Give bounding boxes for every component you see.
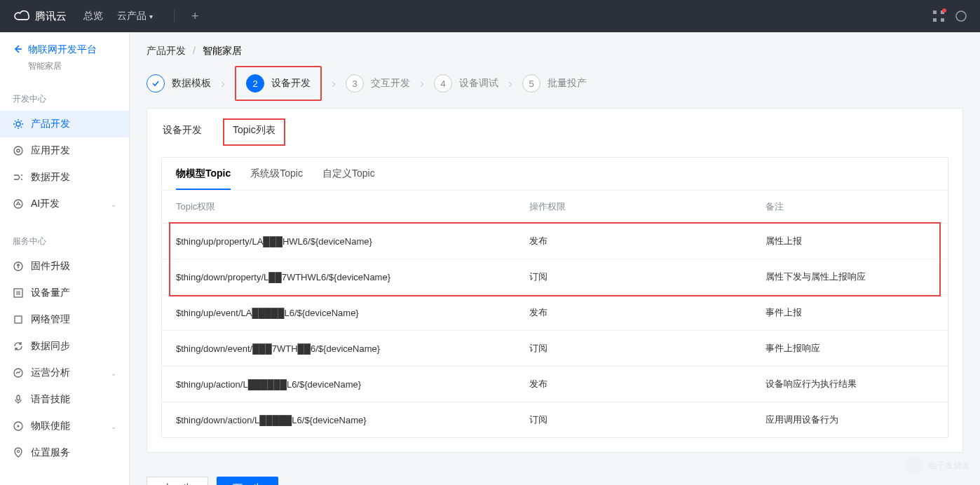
next-button[interactable]: 下一步 bbox=[217, 477, 278, 485]
chevron-right-icon: › bbox=[498, 76, 522, 91]
brand-logo[interactable]: 腾讯云 bbox=[13, 7, 67, 25]
button-row: 上一步 下一步 bbox=[130, 467, 980, 485]
sidebar-item-label: 应用开发 bbox=[31, 144, 70, 157]
chevron-right-icon: › bbox=[322, 76, 346, 91]
table-row: $thing/up/event/LA█████L6/${deviceName}发… bbox=[162, 295, 948, 331]
content-card: 设备开发 Topic列表 物模型Topic 系统级Topic 自定义Topic … bbox=[147, 108, 963, 453]
step-num: 5 bbox=[522, 74, 540, 93]
svg-point-7 bbox=[17, 149, 20, 152]
sidebar-item-label: 固件升级 bbox=[31, 260, 70, 273]
network-icon bbox=[13, 314, 24, 325]
cell-op: 发布 bbox=[515, 295, 751, 331]
sidebar-item-ai-dev[interactable]: AI开发 ⌄ bbox=[0, 191, 129, 217]
tab-system-topic[interactable]: 系统级Topic bbox=[250, 168, 303, 190]
watermark-icon bbox=[904, 456, 924, 475]
sidebar-item-data-dev[interactable]: 数据开发 bbox=[0, 164, 129, 191]
watermark-text: 电子发烧友 bbox=[928, 460, 970, 472]
cell-op: 发布 bbox=[515, 367, 751, 402]
tab-model-topic[interactable]: 物模型Topic bbox=[176, 168, 231, 190]
subtab-topic-list[interactable]: Topic列表 bbox=[223, 118, 285, 146]
sidebar-item-product-dev[interactable]: 产品开发 bbox=[0, 111, 129, 137]
apps-grid-icon[interactable] bbox=[932, 10, 945, 22]
nav-products[interactable]: 云产品 ▾ bbox=[117, 10, 153, 22]
cell-note: 事件上报响应 bbox=[751, 331, 948, 367]
sidebar-item-data-sync[interactable]: 数据同步 bbox=[0, 333, 129, 360]
col-ops: 操作权限 bbox=[515, 191, 751, 224]
back-link[interactable]: 物联网开发平台 bbox=[13, 43, 116, 56]
breadcrumb-parent[interactable]: 产品开发 bbox=[147, 45, 186, 56]
cell-topic: $thing/up/property/LA███HWL6/${deviceNam… bbox=[162, 224, 515, 259]
nav-add-icon[interactable]: + bbox=[191, 9, 199, 24]
step-1[interactable]: 数据模板 bbox=[147, 74, 211, 93]
table-row: $thing/down/property/L██7WTHWL6/${device… bbox=[162, 259, 948, 295]
sidebar-item-label: 设备量产 bbox=[31, 287, 70, 299]
sidebar-item-location[interactable]: 位置服务 bbox=[0, 439, 129, 466]
chevron-down-icon: ⌄ bbox=[111, 200, 116, 208]
cell-topic: $thing/up/event/LA█████L6/${deviceName} bbox=[162, 295, 515, 331]
svg-point-6 bbox=[14, 146, 22, 155]
sidebar-item-analytics[interactable]: 运营分析 ⌄ bbox=[0, 360, 129, 386]
sidebar-item-firmware[interactable]: 固件升级 bbox=[0, 253, 129, 280]
cell-note: 应用调用设备行为 bbox=[751, 402, 948, 438]
prev-button[interactable]: 上一步 bbox=[147, 477, 208, 485]
svg-rect-3 bbox=[941, 18, 944, 22]
svg-rect-13 bbox=[17, 395, 20, 400]
col-topic-perm: Topic权限 bbox=[162, 191, 515, 224]
table-row: $thing/down/event/███7WTH██6/${deviceNam… bbox=[162, 331, 948, 367]
steps-bar: 数据模板 › 2 设备开发 › 3 交互开发 › 4 设备调试 › 5 bbox=[130, 57, 980, 94]
cloud-icon bbox=[13, 7, 31, 25]
ai-icon bbox=[13, 198, 24, 210]
sidebar-item-voice[interactable]: 语音技能 bbox=[0, 386, 129, 413]
nav-overview[interactable]: 总览 bbox=[83, 10, 103, 22]
check-icon bbox=[147, 74, 165, 93]
breadcrumb: 产品开发 / 智能家居 bbox=[130, 32, 980, 57]
table-row: $thing/up/property/LA███HWL6/${deviceNam… bbox=[162, 224, 948, 259]
sidebar-item-iot-enable[interactable]: 物联使能 ⌄ bbox=[0, 413, 129, 439]
cell-op: 订阅 bbox=[515, 402, 751, 438]
support-icon[interactable] bbox=[955, 10, 967, 22]
top-nav: 腾讯云 总览 云产品 ▾ + bbox=[0, 0, 980, 32]
step-label: 批量投产 bbox=[547, 77, 587, 90]
step-label: 设备开发 bbox=[271, 77, 311, 90]
notification-dot bbox=[942, 8, 946, 13]
svg-point-5 bbox=[16, 122, 20, 126]
main-content: 产品开发 / 智能家居 数据模板 › 2 设备开发 › 3 交互 bbox=[130, 32, 980, 485]
svg-rect-0 bbox=[933, 11, 937, 14]
cell-note: 属性下发与属性上报响应 bbox=[751, 259, 948, 295]
chevron-down-icon: ▾ bbox=[149, 13, 153, 20]
col-note: 备注 bbox=[751, 191, 948, 224]
breadcrumb-current: 智能家居 bbox=[203, 45, 242, 56]
step-label: 交互开发 bbox=[371, 77, 410, 90]
sidebar-item-label: AI开发 bbox=[31, 198, 60, 210]
step-5[interactable]: 5 批量投产 bbox=[522, 74, 587, 93]
sidebar-item-label: 网络管理 bbox=[31, 313, 70, 326]
inner-tabs: 物模型Topic 系统级Topic 自定义Topic bbox=[162, 158, 948, 191]
step-label: 设备调试 bbox=[459, 77, 498, 90]
sidebar-item-label: 语音技能 bbox=[31, 393, 70, 406]
sidebar-item-app-dev[interactable]: 应用开发 bbox=[0, 137, 129, 164]
sidebar-item-label: 位置服务 bbox=[31, 446, 70, 459]
sidebar-item-label: 数据开发 bbox=[31, 171, 70, 184]
step-3[interactable]: 3 交互开发 bbox=[346, 74, 410, 93]
arrow-left-icon bbox=[13, 44, 22, 56]
tab-custom-topic[interactable]: 自定义Topic bbox=[322, 168, 375, 190]
svg-rect-11 bbox=[15, 316, 22, 323]
cell-topic: $thing/down/event/███7WTH██6/${deviceNam… bbox=[162, 331, 515, 367]
sync-icon bbox=[13, 341, 24, 352]
nav-divider bbox=[174, 10, 175, 22]
breadcrumb-sep: / bbox=[193, 45, 196, 56]
step-4[interactable]: 4 设备调试 bbox=[434, 74, 498, 93]
step-2[interactable]: 2 设备开发 bbox=[246, 74, 311, 93]
subtab-device-dev[interactable]: 设备开发 bbox=[161, 118, 203, 145]
back-title: 物联网开发平台 bbox=[28, 43, 97, 56]
watermark: 电子发烧友 bbox=[904, 456, 970, 475]
cell-note: 属性上报 bbox=[751, 224, 948, 259]
chevron-down-icon: ⌄ bbox=[111, 369, 116, 377]
cell-op: 订阅 bbox=[515, 259, 751, 295]
section-svc-heading: 服务中心 bbox=[0, 230, 129, 253]
subtabs: 设备开发 Topic列表 bbox=[147, 109, 962, 146]
cell-topic: $thing/up/action/L██████L6/${deviceName} bbox=[162, 367, 515, 402]
sidebar-item-network[interactable]: 网络管理 bbox=[0, 306, 129, 333]
cell-topic: $thing/down/action/L█████L6/${deviceName… bbox=[162, 402, 515, 438]
sidebar-item-mass-prod[interactable]: 设备量产 bbox=[0, 280, 129, 306]
